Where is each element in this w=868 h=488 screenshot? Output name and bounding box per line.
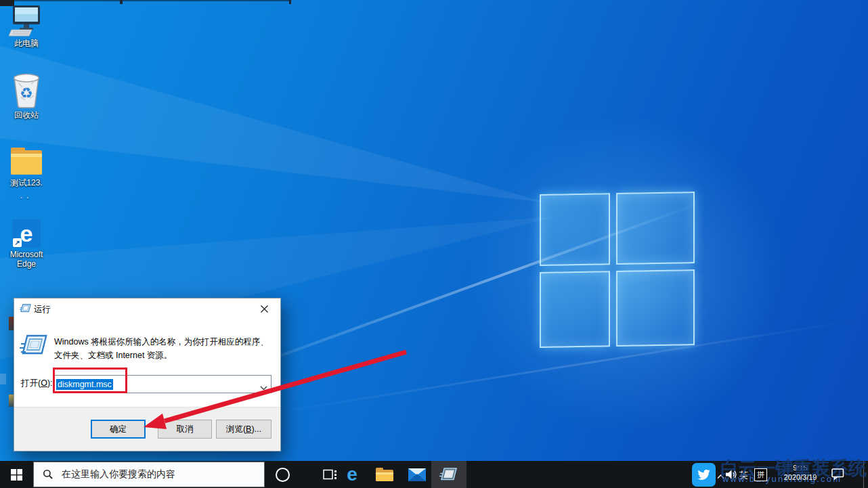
desktop-icon-label: 此电脑 (0, 39, 53, 48)
desktop-icon-label: Microsoft Edge (0, 250, 53, 269)
search-placeholder: 在这里输入你要搜索的内容 (62, 468, 175, 481)
desktop-icon-microsoft-edge[interactable]: e ↗ Microsoft Edge (0, 219, 53, 269)
desktop-icon-label-overflow: .. (0, 192, 53, 200)
partial-icon-remnant (9, 395, 14, 407)
edge-icon: e ↗ (0, 219, 53, 248)
run-dialog-title: 运行 (34, 304, 51, 315)
folder-icon (0, 145, 53, 176)
task-view-button[interactable] (319, 461, 341, 488)
crop-remnant (120, 0, 123, 4)
windows-logo-pane (616, 269, 695, 347)
desktop-icon-this-pc[interactable]: 此电脑 (0, 4, 53, 48)
edge-letter: e (20, 222, 33, 245)
browse-button[interactable]: 浏览(B)... (216, 420, 272, 439)
windows-logo-pane (540, 271, 610, 348)
task-view-icon (323, 469, 337, 481)
crop-remnant (289, 0, 291, 4)
desktop-icon-test-folder[interactable]: 测试123. .. (0, 145, 53, 200)
run-taskbar-button-active[interactable] (431, 461, 466, 488)
start-icon (11, 469, 22, 481)
recycle-bin-icon: ♻ (0, 73, 53, 108)
partial-icon-remnant (0, 374, 6, 384)
close-button[interactable] (249, 298, 280, 319)
twitter-icon (697, 469, 711, 481)
speaker-icon[interactable] (726, 470, 737, 482)
search-icon (43, 469, 53, 480)
ok-button[interactable]: 确定 (91, 420, 146, 439)
combobox-chevron-icon[interactable] (260, 381, 267, 393)
desktop-icon-recycle-bin[interactable]: ♻ 回收站 (0, 73, 53, 120)
run-icon (20, 303, 32, 317)
cortana-icon (276, 468, 290, 482)
action-center-icon (831, 468, 844, 480)
this-pc-icon (0, 4, 53, 37)
windows-logo-pane (616, 192, 695, 265)
red-box-annotation (53, 368, 127, 393)
edge-icon: e (347, 465, 357, 484)
cancel-button[interactable]: 取消 (158, 420, 212, 439)
desktop-icon-label: 回收站 (0, 110, 53, 120)
open-field-label: 打开(O): (21, 378, 53, 389)
crop-remnant (0, 0, 291, 1)
start-button[interactable] (0, 461, 32, 488)
cortana-button[interactable] (269, 461, 295, 488)
twitter-tray-button[interactable] (692, 463, 716, 487)
desktop-icon-label: 测试123. (0, 178, 53, 187)
windows-logo (540, 192, 695, 348)
edge-taskbar-button[interactable]: e (341, 461, 363, 488)
taskbar-search-input[interactable]: 在这里输入你要搜索的内容 (33, 462, 265, 487)
run-dialog-description: 文件夹、文档或 Internet 资源。 (54, 350, 172, 361)
action-center-button[interactable] (831, 468, 844, 483)
run-dialog-description: Windows 将根据你所输入的名称，为你打开相应的程序、 (54, 336, 269, 348)
close-icon (261, 305, 268, 313)
partial-icon-remnant (9, 317, 14, 330)
run-icon-large (20, 334, 49, 361)
run-icon (439, 467, 458, 483)
windows-desktop: 此电脑 ♻ 回收站 测试123. .. e (0, 0, 868, 488)
mail-icon (408, 468, 426, 481)
run-dialog-titlebar[interactable]: 运行 (14, 298, 280, 319)
ime-pinyin-badge[interactable]: 拼 (754, 468, 767, 481)
shortcut-arrow-icon: ↗ (13, 238, 22, 247)
mail-button[interactable] (406, 461, 428, 488)
file-explorer-icon (376, 468, 393, 482)
file-explorer-button[interactable] (374, 461, 395, 488)
tray-clock-date[interactable]: 2020/3/19 (777, 473, 823, 481)
svg-text:♻: ♻ (20, 85, 33, 102)
windows-logo-pane (540, 193, 610, 266)
